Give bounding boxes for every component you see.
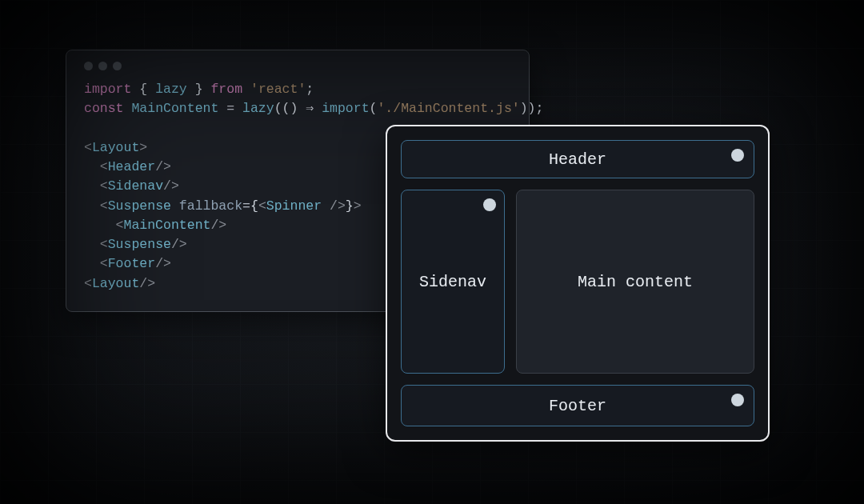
ready-indicator-dot (731, 149, 744, 162)
layout-region-main-content: Main content (516, 190, 754, 374)
layout-region-sidenav: Sidenav (401, 190, 505, 374)
layout-middle-row: Sidenav Main content (401, 190, 754, 374)
layout-region-footer: Footer (401, 385, 754, 426)
window-traffic-lights (84, 62, 511, 70)
traffic-dot (113, 62, 122, 70)
ready-indicator-dot (483, 198, 496, 211)
layout-diagram-panel: Header Sidenav Main content Footer (386, 125, 770, 442)
layout-region-label: Sidenav (419, 273, 486, 291)
traffic-dot (84, 62, 93, 70)
layout-region-label: Header (549, 150, 606, 169)
ready-indicator-dot (731, 394, 744, 406)
traffic-dot (98, 62, 107, 70)
layout-region-label: Main content (578, 273, 693, 291)
layout-region-header: Header (401, 140, 754, 178)
layout-region-label: Footer (549, 397, 606, 415)
